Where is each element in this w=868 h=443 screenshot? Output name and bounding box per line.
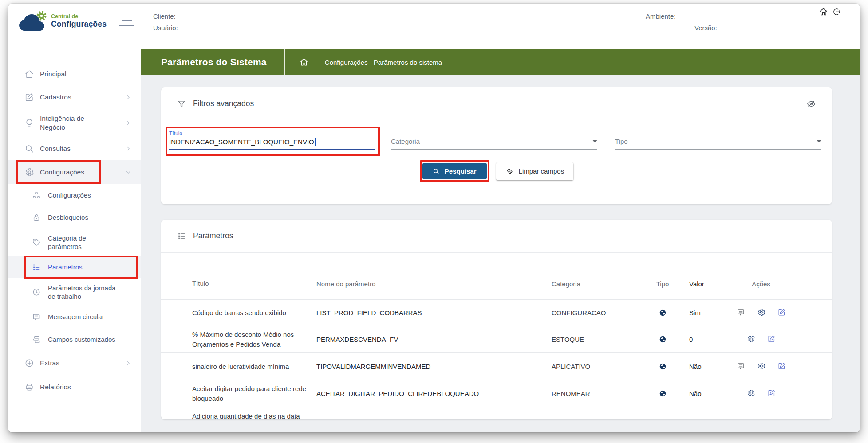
sidebar-item-principal[interactable]: Principal <box>8 63 141 86</box>
sidebar-item-label: Extras <box>40 359 59 368</box>
sidebar-item-label: Configurações <box>40 168 84 177</box>
logo-line2: Configurações <box>51 20 107 28</box>
chevron-right-icon <box>125 146 131 152</box>
filters-card-title: Filtros avançados <box>193 99 254 108</box>
categoria-placeholder: Categoria <box>391 138 420 145</box>
gear-icon[interactable] <box>747 335 755 344</box>
eye-off-icon[interactable] <box>806 99 816 109</box>
edit-square-icon <box>24 92 34 102</box>
topbar: Central de Configurações Cliente: Usuári… <box>8 4 860 49</box>
sidebar-item-label: Inteligência de Negócio <box>40 114 107 132</box>
table-row: % Máximo de desconto Médio nos Orçamento… <box>161 326 832 352</box>
edit-icon[interactable] <box>767 389 776 399</box>
search-button[interactable]: Pesquisar <box>422 163 487 179</box>
eraser-icon <box>505 167 513 175</box>
plus-circle-icon <box>24 358 34 368</box>
table-row: sinaleiro de lucratividade mínima TIPOVA… <box>161 352 832 380</box>
page-header: Parâmetros do Sistema - Configurações - … <box>141 49 860 75</box>
filter-funnel-icon <box>177 99 186 108</box>
breadcrumb: - Configurações - Parâmetros do sistema <box>321 59 442 66</box>
sidebar-subitem-categoria-de-parametros[interactable]: Categoria de parâmetros <box>8 229 141 256</box>
dropdown-arrow-icon <box>817 139 821 144</box>
cell-valor: Não <box>676 390 729 397</box>
titulo-field[interactable]: Título INDENIZACAO_SOMENTE_BLOQUEIO_ENVI… <box>169 131 375 150</box>
tipo-placeholder: Tipo <box>615 138 628 145</box>
sidebar-item-relatorios[interactable]: Relatórios <box>8 375 141 399</box>
advanced-filters-card: Filtros avançados Título INDENIZACAO_SOM… <box>161 87 832 204</box>
globe-icon <box>649 390 676 397</box>
categoria-select[interactable]: Categoria <box>391 138 597 150</box>
list-icon <box>32 262 41 272</box>
edit-icon[interactable] <box>777 308 786 318</box>
globe-icon <box>649 363 676 370</box>
unlock-icon <box>32 213 41 222</box>
sidebar-subitem-campos-customizados[interactable]: Campos customizados <box>8 328 141 351</box>
sidebar-item-label: Parâmetros da jornada de trabalho <box>48 284 123 301</box>
sidebar-item-configuracoes[interactable]: Configurações <box>8 160 141 184</box>
logo-line1: Central de <box>51 13 107 20</box>
cell-nome: PERMAXDESCVENDA_FV <box>316 336 552 343</box>
sidebar-item-extras[interactable]: Extras <box>8 351 141 375</box>
cell-valor: 0 <box>676 336 729 343</box>
cell-titulo: % Máximo de desconto Médio nos Orçamento… <box>192 330 316 349</box>
chevron-right-icon <box>125 94 131 100</box>
sidebar-subitem-parametros[interactable]: Parâmetros <box>8 256 141 278</box>
menu-toggle-icon[interactable] <box>119 20 135 27</box>
cliente-label: Cliente: <box>153 12 176 20</box>
page-title: Parâmetros do Sistema <box>161 57 267 67</box>
tag-icon <box>32 237 41 247</box>
app-window: Central de Configurações Cliente: Usuári… <box>8 4 860 432</box>
layers-icon <box>32 335 41 344</box>
divider <box>284 49 285 75</box>
sidebar-subitem-configuracoes[interactable]: Configurações <box>8 184 141 206</box>
gear-icon[interactable] <box>757 308 765 318</box>
tipo-select[interactable]: Tipo <box>615 138 821 150</box>
sidebar-item-inteligencia-de-negocio[interactable]: Inteligência de Negócio <box>8 109 141 137</box>
edit-icon[interactable] <box>767 335 776 344</box>
dropdown-arrow-icon <box>592 139 597 144</box>
search-icon <box>433 168 440 175</box>
table-row: Adiciona quantidade de dias na data <box>161 407 832 419</box>
edit-icon[interactable] <box>777 362 786 372</box>
gear-icon[interactable] <box>747 389 755 399</box>
globe-icon <box>649 309 676 316</box>
column-header-titulo: Título <box>192 279 316 289</box>
sidebar-item-cadastros[interactable]: Cadastros <box>8 86 141 109</box>
search-icon <box>24 144 34 154</box>
breadcrumb-home-icon[interactable] <box>300 58 308 67</box>
message-icon[interactable] <box>737 308 745 318</box>
sidebar-item-label: Relatórios <box>40 383 71 392</box>
versao-label: Versão: <box>694 24 717 32</box>
table-row: Aceitar digitar pedido para cliente rede… <box>161 380 832 407</box>
cell-titulo: Adiciona quantidade de dias na data <box>192 411 316 419</box>
lightbulb-icon <box>24 118 34 128</box>
sidebar-item-consultas[interactable]: Consultas <box>8 137 141 160</box>
logout-icon[interactable] <box>832 7 841 18</box>
clear-fields-button[interactable]: Limpar campos <box>496 162 574 180</box>
app-logo-cloud-gear-icon <box>18 9 50 33</box>
sidebar-subitem-mensagem-circular[interactable]: Mensagem circular <box>8 306 141 328</box>
titulo-input-value: INDENIZACAO_SOMENTE_BLOQUEIO_ENVIO <box>169 138 314 146</box>
table-header: Título Nome do parâmetro Categoria Tipo … <box>161 253 832 299</box>
cell-categoria: ESTOQUE <box>552 336 649 343</box>
titulo-input[interactable]: INDENIZACAO_SOMENTE_BLOQUEIO_ENVIO <box>169 138 375 150</box>
sidebar-subitem-parametros-da-jornada[interactable]: Parâmetros da jornada de trabalho <box>8 278 141 306</box>
nodes-icon <box>32 190 41 200</box>
list-icon <box>177 232 186 241</box>
annotation-box: Pesquisar <box>420 160 489 182</box>
column-header-categoria: Categoria <box>552 280 649 288</box>
sidebar-item-label: Parâmetros <box>48 263 83 272</box>
usuario-label: Usuário: <box>153 24 178 32</box>
sidebar-subitem-desbloqueios[interactable]: Desbloqueios <box>8 206 141 229</box>
main-content: Parâmetros do Sistema - Configurações - … <box>141 49 860 432</box>
message-icon[interactable] <box>737 362 745 372</box>
sidebar-item-label: Desbloqueios <box>48 213 88 222</box>
titulo-field-label: Título <box>169 131 375 137</box>
home-icon[interactable] <box>819 7 828 18</box>
gear-icon[interactable] <box>757 362 765 372</box>
column-header-tipo: Tipo <box>649 280 676 288</box>
sidebar-item-label: Cadastros <box>40 93 71 102</box>
sidebar-item-label: Categoria de parâmetros <box>48 234 114 251</box>
cell-valor: Não <box>676 363 729 370</box>
cell-titulo: Código de barras sendo exibido <box>192 308 316 318</box>
